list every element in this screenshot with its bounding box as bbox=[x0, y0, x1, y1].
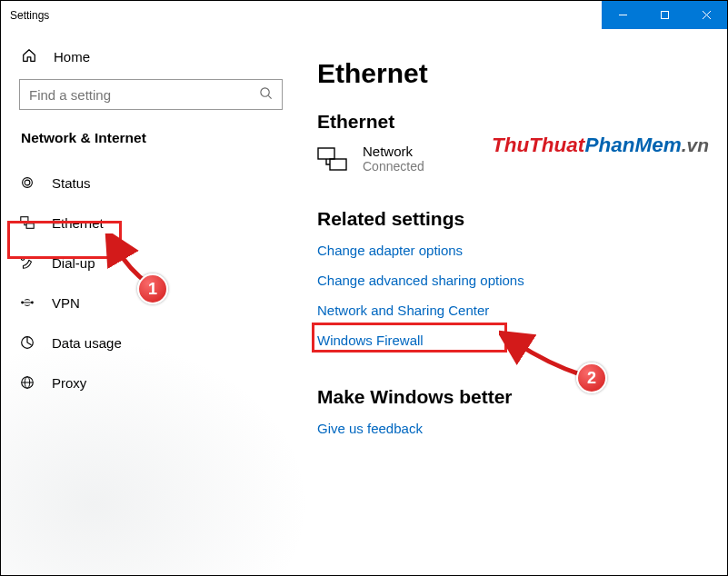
content-pane: Ethernet Ethernet Network Connected Rela… bbox=[301, 29, 727, 575]
home-label: Home bbox=[54, 49, 90, 65]
close-button[interactable] bbox=[685, 1, 727, 29]
link-change-advanced-sharing[interactable]: Change advanced sharing options bbox=[317, 273, 524, 288]
sidebar-item-label: Status bbox=[52, 175, 91, 191]
sidebar-item-vpn[interactable]: VPN bbox=[17, 283, 286, 323]
network-adapter-row[interactable]: Network Connected bbox=[317, 144, 711, 174]
sidebar-item-status[interactable]: Status bbox=[17, 163, 286, 203]
svg-point-11 bbox=[31, 302, 34, 304]
window-controls bbox=[602, 1, 727, 29]
data-usage-icon bbox=[19, 334, 35, 351]
sidebar-item-label: VPN bbox=[52, 295, 80, 311]
minimize-button[interactable] bbox=[602, 1, 643, 29]
home-nav[interactable]: Home bbox=[19, 40, 283, 79]
svg-point-6 bbox=[25, 180, 30, 185]
sidebar-item-ethernet[interactable]: Ethernet bbox=[17, 203, 286, 243]
related-settings-title: Related settings bbox=[317, 208, 711, 230]
search-box[interactable] bbox=[19, 79, 283, 110]
sidebar-item-label: Proxy bbox=[52, 375, 86, 391]
link-windows-firewall[interactable]: Windows Firewall bbox=[317, 333, 424, 348]
search-input[interactable] bbox=[29, 87, 259, 103]
vpn-icon bbox=[19, 294, 35, 311]
svg-rect-7 bbox=[21, 217, 28, 222]
sidebar-item-dialup[interactable]: Dial-up bbox=[17, 243, 286, 283]
sidebar-item-data-usage[interactable]: Data usage bbox=[17, 323, 286, 362]
svg-point-10 bbox=[21, 302, 24, 304]
network-adapter-icon bbox=[317, 147, 348, 171]
svg-rect-1 bbox=[661, 12, 668, 19]
svg-rect-8 bbox=[26, 223, 34, 228]
maximize-button[interactable] bbox=[643, 1, 685, 29]
svg-point-9 bbox=[21, 257, 25, 261]
svg-rect-17 bbox=[330, 159, 346, 170]
home-icon bbox=[21, 47, 37, 66]
link-give-feedback[interactable]: Give us feedback bbox=[317, 421, 423, 436]
svg-point-4 bbox=[261, 87, 269, 95]
sidebar-item-proxy[interactable]: Proxy bbox=[17, 362, 286, 402]
link-change-adapter-options[interactable]: Change adapter options bbox=[317, 243, 463, 258]
sidebar-item-label: Ethernet bbox=[52, 215, 104, 231]
link-network-sharing-center[interactable]: Network and Sharing Center bbox=[317, 303, 489, 318]
adapter-status: Connected bbox=[363, 159, 424, 174]
dialup-icon bbox=[19, 254, 35, 271]
svg-rect-16 bbox=[318, 148, 334, 159]
window-title: Settings bbox=[1, 1, 602, 29]
feedback-title: Make Windows better bbox=[317, 386, 711, 408]
page-subheading: Ethernet bbox=[317, 111, 711, 133]
sidebar-item-label: Data usage bbox=[52, 335, 122, 351]
sidebar-section-title: Network & Internet bbox=[19, 130, 283, 146]
sidebar: Home Network & Internet Status Ethernet bbox=[1, 29, 301, 575]
svg-line-5 bbox=[268, 95, 271, 98]
search-icon bbox=[259, 86, 273, 104]
status-icon bbox=[19, 174, 35, 191]
adapter-name: Network bbox=[363, 144, 424, 159]
page-title: Ethernet bbox=[317, 58, 711, 89]
titlebar: Settings bbox=[1, 1, 727, 29]
ethernet-icon bbox=[19, 214, 35, 231]
sidebar-item-label: Dial-up bbox=[52, 255, 95, 271]
proxy-icon bbox=[19, 374, 35, 391]
